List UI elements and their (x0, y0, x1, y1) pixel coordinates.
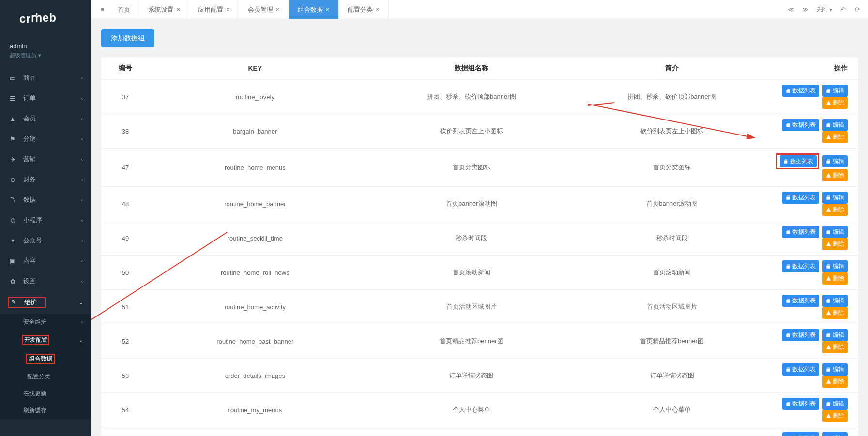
delete-button[interactable]: 删除 (822, 169, 848, 181)
cell-id: 51 (101, 290, 150, 324)
edit-button[interactable]: 编辑 (822, 295, 848, 307)
plane-icon: ✈ (9, 156, 16, 163)
close-tabs-menu[interactable]: 关闭▾ (813, 5, 835, 14)
edit-button[interactable]: 编辑 (822, 226, 848, 238)
close-icon[interactable]: ✕ (326, 7, 330, 12)
edit-button[interactable]: 编辑 (822, 260, 848, 272)
forward-icon[interactable]: ≫ (799, 3, 812, 16)
nav-goods[interactable]: ▭商品‹ (0, 68, 91, 88)
chevron-left-icon: ‹ (81, 218, 83, 223)
money-icon: ⊙ (9, 176, 16, 183)
data-list-button[interactable]: 数据列表 (782, 329, 819, 341)
nav-marketing[interactable]: ✈营销‹ (0, 149, 91, 169)
annotation-highlight-box: 组合数据 (26, 354, 55, 364)
cell-name: 订单详情状态图 (361, 359, 582, 393)
data-list-button[interactable]: 数据列表 (780, 155, 817, 167)
cell-key: sign_day_num (150, 427, 361, 436)
nav-orders[interactable]: ☰订单‹ (0, 88, 91, 108)
rewind-icon[interactable]: ≪ (784, 3, 798, 16)
delete-button[interactable]: 删除 (822, 341, 848, 353)
close-icon[interactable]: ✕ (276, 7, 280, 12)
sub-refresh-cache[interactable]: 刷新缓存 (0, 402, 91, 419)
cell-id: 54 (101, 393, 150, 427)
data-list-button[interactable]: 数据列表 (782, 363, 819, 376)
nav-wechat[interactable]: ✦公众号‹ (0, 230, 91, 251)
delete-button[interactable]: 删除 (822, 376, 848, 388)
close-icon[interactable]: ✕ (376, 7, 380, 12)
nav-members[interactable]: ▲会员‹ (0, 108, 91, 129)
chevron-left-icon: ‹ (81, 319, 83, 325)
chevron-left-icon: ‹ (81, 177, 83, 182)
chevron-left-icon: ‹ (81, 116, 83, 121)
edit-button[interactable]: 编辑 (822, 398, 848, 410)
sub-security[interactable]: 安全维护‹ (0, 314, 91, 331)
chevron-down-icon: ⌄ (79, 300, 83, 305)
cell-desc: 首页活动区域图片 (582, 290, 761, 324)
maintain-submenu: 安全维护‹ 开发配置 ⌄ 组合数据 配置分类 在线更新 刷新缓存 (0, 314, 91, 419)
close-icon[interactable]: ✕ (226, 7, 230, 12)
cell-actions: 数据列表 编辑 删除 (761, 359, 858, 393)
nav-maintain[interactable]: ✎维护 ⌄ (0, 291, 91, 314)
nav-distribution[interactable]: ⚑分销‹ (0, 129, 91, 149)
close-icon[interactable]: ✕ (176, 7, 180, 12)
edit-button[interactable]: 编辑 (822, 432, 848, 436)
chevron-left-icon: ‹ (81, 75, 83, 81)
data-list-button[interactable]: 数据列表 (782, 119, 819, 131)
sub-config-category[interactable]: 配置分类 (0, 368, 91, 385)
data-list-button[interactable]: 数据列表 (782, 85, 819, 97)
data-list-button[interactable]: 数据列表 (782, 226, 819, 238)
nav-data[interactable]: 〽数据‹ (0, 190, 91, 210)
table-row: 51 routine_home_activity 首页活动区域图片 首页活动区域… (101, 290, 858, 324)
main-area: ≡ 首页 系统设置✕ 应用配置✕ 会员管理✕ 组合数据✕ 配置分类✕ ≪ ≫ 关… (91, 0, 868, 436)
annotation-highlight-box: 数据列表 (776, 153, 819, 169)
wechat-icon: ✦ (9, 237, 16, 244)
tabs-bar: 首页 系统设置✕ 应用配置✕ 会员管理✕ 组合数据✕ 配置分类✕ (109, 0, 389, 19)
sub-devconfig[interactable]: 开发配置 ⌄ (0, 331, 91, 349)
nav-settings[interactable]: ✿设置‹ (0, 271, 91, 291)
cell-desc: 首页banner滚动图 (582, 187, 761, 221)
delete-button[interactable]: 删除 (822, 238, 848, 250)
tab-home[interactable]: 首页 (109, 0, 139, 19)
edit-button[interactable]: 编辑 (822, 119, 848, 131)
data-list-button[interactable]: 数据列表 (782, 432, 819, 436)
undo-icon[interactable]: ↶ (836, 3, 850, 16)
sub-online-update[interactable]: 在线更新 (0, 385, 91, 402)
nav-finance[interactable]: ⊙财务‹ (0, 169, 91, 190)
data-list-button[interactable]: 数据列表 (782, 260, 819, 272)
table-row: 55 sign_day_num 签到天数配置 签到天数配置 数据列表 编辑 删除 (101, 427, 858, 436)
sub-combo-data[interactable]: 组合数据 (0, 349, 91, 368)
data-list-button[interactable]: 数据列表 (782, 192, 819, 204)
tab-combo-data[interactable]: 组合数据✕ (289, 0, 339, 19)
data-list-button[interactable]: 数据列表 (782, 295, 819, 307)
edit-button[interactable]: 编辑 (822, 85, 848, 97)
nav-miniprogram[interactable]: ⌬小程序‹ (0, 210, 91, 230)
delete-button[interactable]: 删除 (822, 204, 848, 216)
tab-member-mgmt[interactable]: 会员管理✕ (239, 0, 289, 19)
add-data-group-button[interactable]: 添加数据组 (101, 29, 154, 47)
nav-content[interactable]: ▣内容‹ (0, 251, 91, 271)
cell-key: routine_home_banner (150, 187, 361, 221)
hamburger-icon[interactable]: ≡ (95, 3, 109, 16)
user-name: admin (10, 43, 82, 50)
delete-button[interactable]: 删除 (822, 307, 848, 319)
data-list-button[interactable]: 数据列表 (782, 398, 819, 410)
edit-button[interactable]: 编辑 (822, 363, 848, 376)
delete-button[interactable]: 删除 (822, 410, 848, 422)
cell-desc: 首页分类图标 (582, 149, 761, 187)
tab-app-config[interactable]: 应用配置✕ (189, 0, 239, 19)
delete-button[interactable]: 删除 (822, 131, 848, 143)
refresh-icon[interactable]: ⟳ (851, 3, 864, 16)
cell-name: 首页精品推荐benner图 (361, 324, 582, 359)
edit-button[interactable]: 编辑 (822, 155, 848, 167)
delete-button[interactable]: 删除 (822, 97, 848, 109)
cell-name: 首页滚动新闻 (361, 256, 582, 290)
edit-button[interactable]: 编辑 (822, 192, 848, 204)
brand-logo: crṁeb (0, 0, 91, 38)
delete-button[interactable]: 删除 (822, 272, 848, 285)
svg-text:crṁeb: crṁeb (19, 12, 57, 25)
data-panel: 编号 KEY 数据组名称 简介 操作 37 routine_lovely 拼团、… (101, 57, 858, 436)
edit-button[interactable]: 编辑 (822, 329, 848, 341)
tab-system-settings[interactable]: 系统设置✕ (139, 0, 189, 19)
tab-config-category[interactable]: 配置分类✕ (339, 0, 389, 19)
user-role-menu[interactable]: 超级管理员 ▾ (10, 52, 82, 59)
